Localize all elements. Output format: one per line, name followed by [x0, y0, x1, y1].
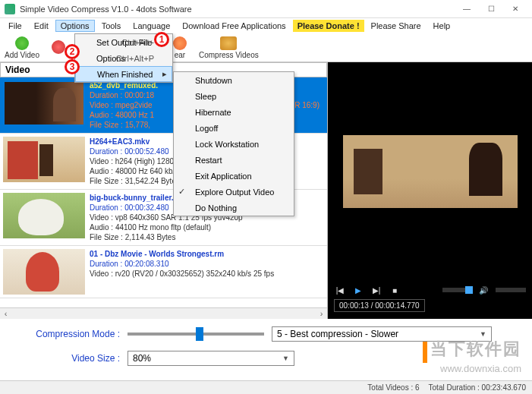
horizontal-scrollbar[interactable]: ‹ ›: [0, 307, 327, 319]
minimize-button[interactable]: —: [455, 2, 479, 17]
submenu-hibernate[interactable]: Hibernate: [174, 104, 294, 120]
menu-tools[interactable]: Tools: [96, 20, 127, 32]
submenu-explore-output[interactable]: ✓ Explore Output Video: [174, 184, 294, 200]
compress-button[interactable]: Compress Videos: [199, 36, 259, 59]
slider-knob[interactable]: [196, 327, 203, 341]
submenu-sleep[interactable]: Sleep: [174, 88, 294, 104]
menu-options-item[interactable]: Options Ctrl+Alt+P: [75, 50, 172, 66]
close-button[interactable]: ✕: [503, 2, 527, 17]
menu-when-finished[interactable]: When Finished ▸: [75, 66, 172, 82]
title-bar: Simple Video Compress V1.0 - 4dots Softw…: [0, 0, 532, 18]
scroll-left-icon[interactable]: ‹: [0, 309, 11, 318]
volume-slider[interactable]: [496, 288, 526, 292]
compression-slider[interactable]: [127, 333, 264, 336]
video-thumbnail: [3, 193, 85, 238]
app-icon: [5, 4, 15, 14]
video-player: [328, 62, 532, 281]
seek-slider[interactable]: [442, 288, 472, 292]
video-size-select[interactable]: 80% ▼: [127, 351, 294, 366]
submenu-shutdown[interactable]: Shutdown: [174, 72, 294, 88]
clear-button[interactable]: ear: [173, 36, 187, 59]
callout-3: 3: [65, 59, 80, 74]
menu-share[interactable]: Please Share: [366, 20, 427, 32]
minus-icon: [52, 40, 65, 54]
chevron-down-icon: ▼: [480, 330, 486, 338]
menu-file[interactable]: File: [3, 20, 27, 32]
menu-donate[interactable]: Please Donate !: [293, 20, 364, 32]
chevron-right-icon: ▸: [162, 69, 167, 79]
compression-mode-label: Compression Mode :: [14, 329, 120, 339]
menu-bar: File Edit Options Tools Language Downloa…: [0, 18, 532, 33]
volume-icon[interactable]: 🔊: [477, 284, 490, 296]
compress-icon: [220, 36, 237, 50]
seek-thumb[interactable]: [465, 286, 473, 294]
video-thumbnail: [3, 80, 85, 126]
status-bar: Total Videos : 6 Total Duration : 00:23:…: [0, 380, 532, 394]
when-finished-submenu: Shutdown Sleep Hibernate Logoff Lock Wor…: [173, 71, 294, 216]
video-thumbnail: [3, 137, 85, 182]
menu-language[interactable]: Language: [127, 20, 175, 32]
remove-button[interactable]: [52, 40, 65, 55]
video-thumbnail: [3, 249, 85, 295]
play-button[interactable]: ▶: [352, 284, 364, 296]
submenu-do-nothing[interactable]: Do Nothing: [174, 200, 294, 216]
add-video-label: Add Video: [5, 51, 39, 59]
menu-edit[interactable]: Edit: [29, 20, 54, 32]
preview-pane: |◀ ▶ ▶| ■ 🔊 00:00:13 / 00:00:14.770: [328, 62, 532, 319]
total-duration: Total Duration : 00:23:43.670: [429, 383, 526, 392]
submenu-exit[interactable]: Exit Application: [174, 168, 294, 184]
menu-options[interactable]: Options: [55, 20, 95, 32]
maximize-button[interactable]: ☐: [479, 2, 503, 17]
next-button[interactable]: ▶|: [370, 284, 382, 296]
window-title: Simple Video Compress V1.0 - 4dots Softw…: [20, 5, 455, 14]
chevron-down-icon: ▼: [282, 355, 289, 362]
submenu-logoff[interactable]: Logoff: [174, 120, 294, 136]
total-videos: Total Videos : 6: [367, 383, 419, 392]
video-item[interactable]: 01 - Dbz Movie - Worlds Strongest.rm Dur…: [0, 246, 327, 298]
callout-2: 2: [65, 44, 80, 59]
add-video-button[interactable]: Add Video: [5, 36, 39, 59]
video-size-label: Video Size :: [14, 353, 120, 364]
broom-icon: [173, 36, 187, 50]
scroll-right-icon[interactable]: ›: [316, 309, 327, 318]
menu-help[interactable]: Help: [428, 20, 456, 32]
timecode-display: 00:00:13 / 00:00:14.770: [334, 299, 425, 312]
plus-icon: [15, 36, 29, 50]
watermark: 当下软件园 www.downxia.com: [423, 338, 521, 374]
menu-download[interactable]: Download Free Applications: [177, 20, 291, 32]
check-icon: ✓: [178, 187, 185, 197]
callout-1: 1: [154, 32, 169, 47]
video-frame: [343, 135, 518, 208]
stop-button[interactable]: ■: [389, 284, 401, 296]
prev-button[interactable]: |◀: [334, 284, 346, 296]
submenu-restart[interactable]: Restart: [174, 152, 294, 168]
video-filename: 01 - Dbz Movie - Worlds Strongest.rm: [90, 249, 324, 259]
submenu-lock[interactable]: Lock Workstation: [174, 136, 294, 152]
player-controls: |◀ ▶ ▶| ■ 🔊 00:00:13 / 00:00:14.770: [328, 281, 532, 319]
